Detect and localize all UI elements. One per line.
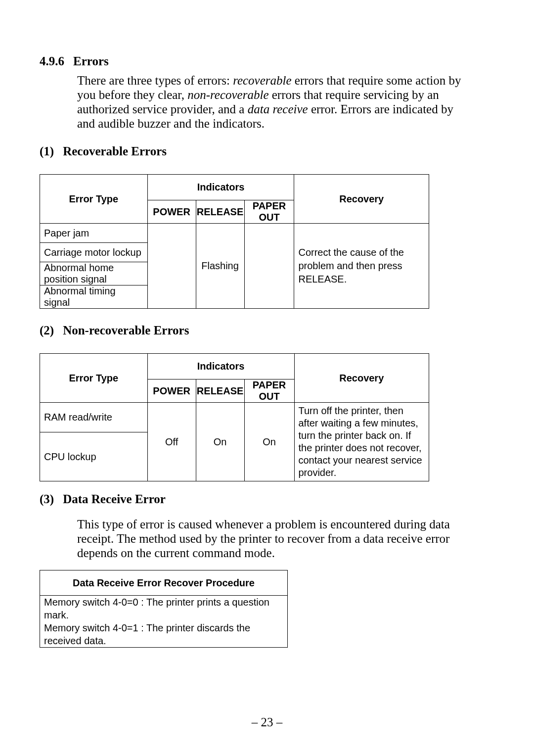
sub3-body: This type of error is caused whenever a … [77,517,468,560]
intro-text-0: There are three types of errors: [77,74,233,87]
section-number: 4.9.6 [40,54,64,68]
intro-italic-datareceive: data receive [248,102,308,116]
t2-r2-error: CPU lockup [40,432,148,481]
t3-header: Data Receive Error Recover Procedure [40,570,288,596]
t1-power [147,224,196,309]
hdr-paper-out: PAPER OUT [244,200,294,224]
sub3-heading: (3)Data Receive Error [40,492,494,506]
hdr-release-2: RELEASE [196,379,244,403]
intro-italic-nonrecoverable: non-recoverable [187,88,268,101]
sub1-number: (1) [40,144,54,158]
t3-line1: Memory switch 4-0=0 : The printer prints… [44,597,269,620]
t2-recovery: Turn off the printer, then after waiting… [294,403,429,481]
t2-power: Off [147,403,196,481]
t2-r1-error: RAM read/write [40,403,148,432]
hdr-release: RELEASE [196,200,244,224]
t1-r2-error: Carriage motor lockup [40,243,148,262]
nonrecoverable-errors-table: Error Type Indicators Recovery POWER REL… [40,353,429,481]
t3-line2: Memory switch 4-0=1 : The printer discar… [44,622,250,646]
hdr-indicators-2: Indicators [147,354,294,379]
page-number: – 23 – [0,715,534,729]
section-heading: 4.9.6Errors [40,54,494,68]
hdr-paper-out-2: PAPER OUT [244,379,294,403]
sub3-title: Data Receive Error [63,492,166,506]
sub2-heading: (2)Non-recoverable Errors [40,324,494,337]
hdr-error-type-2: Error Type [40,354,148,403]
section-intro: There are three types of errors: recover… [77,73,468,131]
sub1-title: Recoverable Errors [63,144,167,158]
intro-italic-recoverable: recoverable [233,74,291,87]
t1-r4-error: Abnormal timing signal [40,285,148,309]
t3-body: Memory switch 4-0=0 : The printer prints… [40,596,288,648]
data-receive-table: Data Receive Error Recover Procedure Mem… [40,570,288,648]
hdr-error-type: Error Type [40,175,148,224]
t1-paperout [244,224,294,309]
hdr-power: POWER [147,200,196,224]
t1-r1-error: Paper jam [40,224,148,243]
sub3-number: (3) [40,492,54,506]
section-title: Errors [73,54,109,68]
hdr-power-2: POWER [147,379,196,403]
sub1-heading: (1)Recoverable Errors [40,144,494,158]
hdr-recovery: Recovery [294,175,429,224]
t1-recovery: Correct the cause of the problem and the… [294,224,429,309]
page: 4.9.6Errors There are three types of err… [0,0,534,756]
sub2-title: Non-recoverable Errors [63,324,189,337]
hdr-recovery-2: Recovery [294,354,429,403]
t2-release: On [196,403,244,481]
hdr-indicators: Indicators [147,175,294,200]
recoverable-errors-table: Error Type Indicators Recovery POWER REL… [40,174,429,309]
t2-paperout: On [244,403,294,481]
t1-release: Flashing [196,224,244,309]
t1-r3-error: Abnormal home position signal [40,262,148,285]
sub2-number: (2) [40,324,54,337]
